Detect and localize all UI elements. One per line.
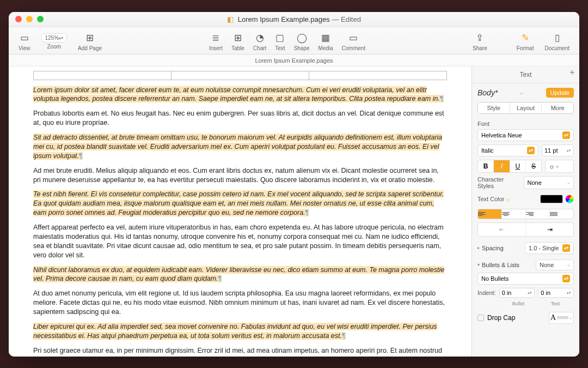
text-align-group bbox=[477, 209, 574, 219]
document-subtitle: Lorem Ipsum Example.pages bbox=[9, 55, 579, 67]
chart-button[interactable]: ◔Chart bbox=[249, 32, 271, 51]
traffic-lights bbox=[15, 16, 44, 22]
document-canvas[interactable]: Lorem ipsum dolor sit amet, facer dicere… bbox=[9, 67, 471, 357]
window-title: ◧ Lorem Ipsum Example.pages — Edited bbox=[9, 15, 579, 23]
toolbar: ▭View 125%▴▾ Zoom ⊞Add Page ≣Insert ⊞Tab… bbox=[9, 27, 579, 55]
font-style-select[interactable]: Italic▴▾ bbox=[477, 144, 538, 156]
add-inspector-tab[interactable]: + bbox=[567, 68, 577, 77]
filename-label: Lorem Ipsum Example.pages bbox=[238, 15, 330, 23]
paragraph[interactable]: Affert appareat perfecto ea vel, autem i… bbox=[33, 223, 447, 260]
table-icon: ⊞ bbox=[234, 32, 242, 44]
bullet-indent-input[interactable]: 0 in▴▾ bbox=[499, 288, 535, 298]
media-icon: ▦ bbox=[321, 32, 330, 44]
align-right[interactable] bbox=[526, 209, 550, 219]
bold-button[interactable]: B bbox=[478, 160, 494, 172]
inspector-tab-text[interactable]: Text bbox=[472, 67, 579, 83]
seg-more[interactable]: More bbox=[542, 102, 573, 113]
document-icon: ▯ bbox=[555, 32, 560, 44]
font-family-select[interactable]: Helvetica Neue▴▾ bbox=[477, 129, 574, 141]
paragraph[interactable]: Liber epicurei qui ex. Ad alia imperdiet… bbox=[33, 322, 447, 341]
chart-icon: ◔ bbox=[256, 32, 264, 44]
text-color-swatch[interactable] bbox=[540, 195, 563, 203]
view-button[interactable]: ▭View bbox=[14, 32, 35, 51]
update-style-button[interactable]: Update bbox=[546, 88, 574, 98]
document-content[interactable]: Lorem ipsum dolor sit amet, facer dicere… bbox=[33, 86, 447, 357]
comment-button[interactable]: ▭Comment bbox=[338, 32, 370, 51]
bullets-label: Bullets & Lists bbox=[482, 262, 519, 268]
titlebar: ◧ Lorem Ipsum Example.pages — Edited bbox=[9, 12, 579, 27]
minimize-window-button[interactable] bbox=[26, 16, 33, 22]
media-button[interactable]: ▦Media bbox=[314, 32, 338, 51]
dropcap-checkbox[interactable] bbox=[477, 315, 484, 321]
text-icon: ▢ bbox=[275, 32, 284, 44]
dropcap-style-select[interactable]: A ⌵ bbox=[549, 312, 574, 324]
chevron-down-icon[interactable]: ⌵ bbox=[520, 89, 523, 95]
add-page-button[interactable]: ⊞Add Page bbox=[74, 32, 106, 51]
format-icon: ✎ bbox=[522, 32, 529, 44]
paragraph[interactable]: Te est nibh fierent. Ei vis consetetur c… bbox=[33, 190, 447, 218]
paragraph[interactable]: Lorem ipsum dolor sit amet, facer dicere… bbox=[33, 86, 447, 104]
spacing-label: Spacing bbox=[482, 245, 504, 251]
comment-icon: ▭ bbox=[349, 32, 358, 44]
close-window-button[interactable] bbox=[15, 16, 22, 22]
char-styles-label: Character Styles bbox=[477, 176, 520, 189]
document-button[interactable]: ▯Document bbox=[540, 32, 574, 51]
bullets-select[interactable]: None⌵ bbox=[536, 260, 574, 270]
insert-button[interactable]: ≣Insert bbox=[205, 32, 227, 51]
edited-label: Edited bbox=[341, 15, 361, 23]
font-options-button[interactable]: ☼⌵ bbox=[545, 160, 574, 173]
header-table[interactable] bbox=[33, 71, 447, 80]
insert-icon: ≣ bbox=[212, 32, 219, 44]
app-window: ◧ Lorem Ipsum Example.pages — Edited ▭Vi… bbox=[9, 12, 579, 357]
underline-button[interactable]: U bbox=[510, 160, 526, 172]
pages-doc-icon: ◧ bbox=[227, 15, 234, 23]
format-button[interactable]: ✎Format bbox=[512, 32, 538, 51]
disclosure-icon[interactable]: ▾ bbox=[477, 262, 480, 267]
bullet-type-select[interactable]: No Bullets▴▾ bbox=[477, 273, 574, 285]
disclosure-icon[interactable]: ▸ bbox=[477, 245, 480, 250]
seg-style[interactable]: Style bbox=[478, 102, 510, 113]
add-page-icon: ⊞ bbox=[86, 32, 94, 44]
paragraph[interactable]: Pri solet graece utamur ea, in per minim… bbox=[33, 346, 447, 357]
paragraph[interactable]: Ad mei brute eruditi. Melius aliquip ali… bbox=[33, 166, 447, 185]
table-button[interactable]: ⊞Table bbox=[227, 32, 249, 51]
indent-button[interactable]: ⇥ bbox=[526, 223, 573, 236]
view-icon: ▭ bbox=[20, 32, 29, 44]
italic-button[interactable]: I bbox=[494, 160, 510, 172]
strike-button[interactable]: S bbox=[526, 160, 541, 172]
color-wheel-button[interactable] bbox=[565, 195, 574, 203]
share-icon: ⇪ bbox=[476, 32, 483, 44]
dropcap-label: Drop Cap bbox=[487, 314, 515, 322]
paragraph[interactable]: At duo amet nonumy pericula, vim elit re… bbox=[33, 289, 447, 317]
format-inspector: + Text Body* ⌵ Update Style Layout More … bbox=[471, 67, 579, 357]
font-label: Font bbox=[477, 120, 574, 127]
zoom-window-button[interactable] bbox=[37, 16, 44, 22]
spacing-select[interactable]: 1.0 - Single▴▾ bbox=[525, 242, 574, 254]
text-indent-input[interactable]: 0 in▴▾ bbox=[538, 288, 574, 298]
paragraph[interactable]: Sit ad detracto dissentiet, at brute tim… bbox=[33, 133, 447, 161]
paragraph[interactable]: Probatus lobortis eam et. No eius feugai… bbox=[33, 109, 447, 128]
align-center[interactable] bbox=[502, 209, 526, 219]
inspector-segmented[interactable]: Style Layout More bbox=[477, 102, 574, 114]
zoom-control[interactable]: 125%▴▾ Zoom bbox=[37, 33, 72, 50]
align-justify[interactable] bbox=[550, 209, 573, 219]
text-color-label: Text Color ◇ bbox=[477, 196, 510, 202]
indent-label: Indent: bbox=[477, 289, 496, 296]
shape-icon: ◯ bbox=[297, 32, 307, 44]
shape-button[interactable]: ◯Shape bbox=[290, 32, 314, 51]
share-button[interactable]: ⇪Share bbox=[468, 32, 492, 51]
text-button[interactable]: ▢Text bbox=[271, 32, 289, 51]
outdent-button[interactable]: ⇤ bbox=[478, 223, 526, 236]
seg-layout[interactable]: Layout bbox=[510, 102, 542, 113]
paragraph[interactable]: Nihil dicunt laboramus ex duo, at equide… bbox=[33, 266, 447, 284]
align-left[interactable] bbox=[478, 209, 502, 219]
paragraph-style-name[interactable]: Body* bbox=[477, 88, 498, 97]
font-size-input[interactable]: 11 pt▴▾ bbox=[542, 144, 574, 156]
char-styles-select[interactable]: None⌵ bbox=[524, 176, 574, 189]
